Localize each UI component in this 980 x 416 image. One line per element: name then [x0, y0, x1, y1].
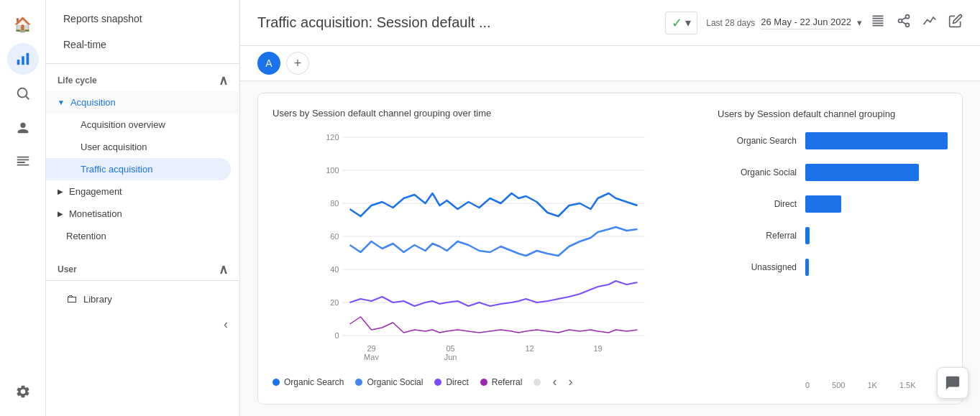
legend-scroll-left-icon[interactable]: ‹	[552, 374, 557, 389]
home-icon[interactable]: 🏠	[7, 9, 39, 40]
reports-icon[interactable]	[7, 147, 39, 178]
legend-dot-more	[533, 379, 541, 386]
svg-text:80: 80	[330, 199, 339, 208]
svg-point-6	[899, 19, 902, 23]
legend-scroll-right-icon[interactable]: ›	[568, 374, 572, 389]
bar-chart-title: Users by Session default channel groupin…	[718, 108, 948, 121]
real-time-label: Real-time	[63, 39, 106, 50]
date-dropdown-icon[interactable]: ▾	[857, 17, 862, 28]
legend-label-organic-social: Organic Social	[367, 377, 423, 387]
collapse-sidebar-button[interactable]: ‹	[46, 311, 239, 338]
svg-text:100: 100	[326, 166, 339, 175]
status-dropdown-icon[interactable]: ▾	[685, 16, 691, 29]
svg-rect-2	[26, 53, 29, 65]
bar-row-referral: Referral	[718, 227, 948, 244]
legend-direct: Direct	[434, 377, 468, 387]
sparkline-icon[interactable]	[922, 14, 937, 32]
search-console-icon[interactable]	[7, 78, 39, 109]
bar-axis-0: 0	[805, 381, 810, 389]
user-acquisition-label: User acquisition	[81, 142, 147, 152]
bar-axis-1-5k: 1.5K	[899, 381, 916, 389]
user-section-label: User	[58, 264, 77, 274]
bar-label-unassigned: Unassigned	[718, 262, 797, 272]
chart-legend: Organic Search Organic Social Direct Ref…	[273, 374, 700, 389]
legend-label-referral: Referral	[492, 377, 523, 387]
avatar: A	[257, 52, 280, 75]
bar-track-organic-search	[805, 132, 948, 149]
reports-snapshot-label: Reports snapshot	[63, 13, 142, 24]
library-folder-icon: 🗀	[66, 292, 78, 305]
legend-more-dot	[533, 379, 541, 386]
user-section-header[interactable]: User ∧	[46, 253, 239, 280]
analytics-icon[interactable]	[7, 43, 39, 75]
monetisation-group[interactable]: ▶ Monetisation	[46, 203, 239, 225]
bar-label-organic-search: Organic Search	[718, 136, 797, 146]
legend-dot-referral	[480, 379, 487, 386]
line-chart-svg: 120 100 80 60 40 20 0 29 May 05 Jun 12 1…	[273, 130, 700, 360]
svg-text:19: 19	[593, 344, 602, 353]
svg-text:05: 05	[446, 344, 454, 353]
acquisition-overview-label: Acquisition overview	[81, 119, 165, 130]
chat-fab-button[interactable]	[937, 367, 968, 399]
sidebar-top: Reports snapshot Real-time	[46, 0, 239, 64]
engagement-expand-icon: ▶	[58, 188, 63, 195]
collapse-icon: ‹	[224, 317, 228, 332]
edit-icon[interactable]	[948, 14, 963, 32]
acquisition-expand-icon: ▼	[58, 98, 65, 106]
bar-fill-direct	[805, 195, 841, 213]
legend-organic-search: Organic Search	[273, 377, 344, 387]
svg-point-7	[906, 23, 910, 27]
svg-rect-0	[17, 60, 19, 65]
svg-point-3	[17, 88, 27, 98]
acquisition-group[interactable]: ▼ Acquisition	[46, 91, 239, 114]
sidebar-item-acquisition-overview[interactable]: Acquisition overview	[46, 114, 239, 136]
lifecycle-chevron-icon[interactable]: ∧	[219, 73, 228, 88]
date-range: Last 28 days 26 May - 22 Jun 2022 ▾	[706, 17, 862, 29]
legend-label-organic-search: Organic Search	[284, 377, 344, 387]
lifecycle-section-header[interactable]: Life cycle ∧	[46, 64, 239, 91]
user-section-chevron-icon[interactable]: ∧	[219, 262, 228, 277]
legend-dot-direct	[434, 379, 441, 386]
engagement-group[interactable]: ▶ Engagement	[46, 180, 239, 203]
bar-label-referral: Referral	[718, 231, 797, 241]
sidebar-item-user-acquisition[interactable]: User acquisition	[46, 136, 239, 158]
date-value[interactable]: 26 May - 22 Jun 2022	[761, 17, 851, 29]
retention-label: Retention	[66, 231, 106, 241]
content-area: Users by Session default channel groupin…	[240, 81, 980, 416]
svg-text:29: 29	[367, 344, 375, 353]
legend-label-direct: Direct	[446, 377, 468, 387]
bar-axis-1k: 1K	[867, 381, 876, 389]
sidebar-item-traffic-acquisition[interactable]: Traffic acquisition	[46, 158, 231, 180]
header-actions	[871, 14, 963, 32]
settings-icon[interactable]	[7, 376, 39, 407]
sidebar-item-library[interactable]: 🗀 Library	[46, 287, 239, 311]
bar-fill-organic-search	[805, 132, 948, 149]
share-icon[interactable]	[897, 14, 911, 32]
bar-track-referral	[805, 227, 948, 244]
main-chart-card: Users by Session default channel groupin…	[257, 93, 963, 405]
acquisition-label: Acquisition	[70, 97, 116, 108]
svg-line-8	[902, 22, 906, 24]
svg-line-4	[26, 96, 29, 99]
status-badge[interactable]: ✓ ▾	[665, 11, 697, 34]
bar-chart-section: Users by Session default channel groupin…	[718, 108, 948, 389]
add-comparison-button[interactable]: +	[286, 52, 309, 75]
svg-text:20: 20	[330, 298, 339, 307]
legend-organic-social: Organic Social	[355, 377, 423, 387]
table-view-icon[interactable]	[871, 14, 885, 32]
bar-fill-unassigned	[805, 259, 809, 276]
page-title: Traffic acquisition: Session default ...	[257, 14, 656, 31]
sidebar-item-retention[interactable]: Retention	[46, 225, 239, 247]
add-icon: +	[294, 56, 302, 71]
audience-icon[interactable]	[7, 112, 39, 144]
bar-row-direct: Direct	[718, 195, 948, 213]
sidebar-item-reports-snapshot[interactable]: Reports snapshot	[46, 6, 239, 32]
svg-text:60: 60	[330, 232, 339, 241]
bar-label-direct: Direct	[718, 199, 797, 209]
header-bar: Traffic acquisition: Session default ...…	[240, 0, 980, 46]
sidebar-item-real-time[interactable]: Real-time	[46, 32, 239, 57]
bar-chart-rows: Organic Search Organic Social Direct	[718, 132, 948, 375]
bar-row-unassigned: Unassigned	[718, 259, 948, 276]
bar-fill-organic-social	[805, 164, 919, 181]
svg-text:12: 12	[525, 344, 533, 353]
